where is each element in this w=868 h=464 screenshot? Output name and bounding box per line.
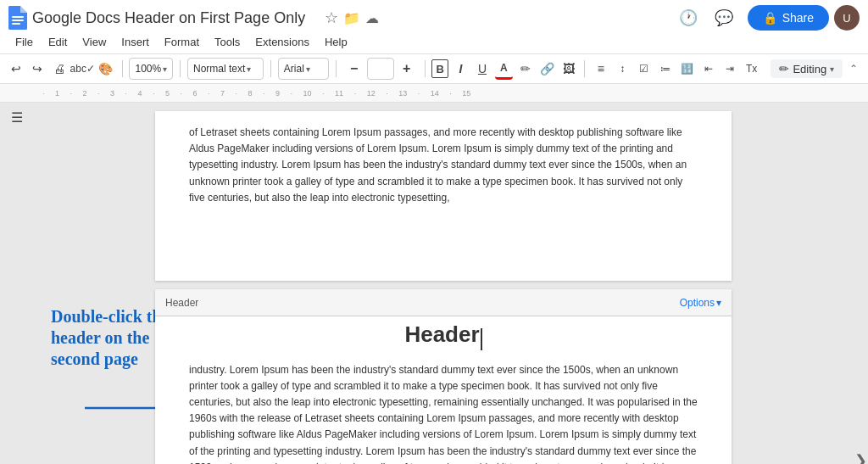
comments-button[interactable]: 💬 xyxy=(712,6,736,30)
separator3 xyxy=(270,60,271,77)
document-title: Google Docs Header on First Page Only xyxy=(32,9,320,27)
zoom-arrow: ▾ xyxy=(163,64,167,74)
page2-body: industry. Lorem Ipsum has been the indus… xyxy=(155,355,732,464)
paint-format-button[interactable]: 🎨 xyxy=(97,58,114,80)
menu-tools[interactable]: Tools xyxy=(208,34,247,50)
history-button[interactable]: 🕐 xyxy=(676,6,700,30)
undo-button[interactable]: ↩ xyxy=(7,58,25,80)
options-label: Options xyxy=(680,297,715,309)
separator4 xyxy=(336,60,337,77)
menu-extensions[interactable]: Extensions xyxy=(248,34,316,50)
numbered-list-button[interactable]: 🔢 xyxy=(678,58,696,80)
star-icon[interactable]: ☆ xyxy=(325,8,338,27)
font-size-increase[interactable]: + xyxy=(396,58,418,80)
font-dropdown[interactable]: Arial ▾ xyxy=(278,58,329,80)
style-arrow: ▾ xyxy=(247,64,251,74)
zoom-dropdown[interactable]: 100% ▾ xyxy=(129,58,173,80)
editing-mode-button[interactable]: ✏ Editing ▾ xyxy=(771,59,843,78)
header-bar: Header Options ▾ xyxy=(155,289,732,316)
spellcheck-button[interactable]: abc✓ xyxy=(71,58,93,80)
header-label-text: Header xyxy=(165,297,680,309)
annotation-line2: header on the xyxy=(51,327,169,349)
menu-view[interactable]: View xyxy=(75,34,113,50)
font-arrow: ▾ xyxy=(306,64,310,74)
checklist-button[interactable]: ☑ xyxy=(635,58,653,80)
redo-button[interactable]: ↪ xyxy=(28,58,46,80)
menu-insert[interactable]: Insert xyxy=(114,34,156,50)
highlight-button[interactable]: ✏ xyxy=(516,58,534,80)
font-size-decrease[interactable]: − xyxy=(343,58,365,80)
doc-icon xyxy=(8,6,27,30)
collapse-toolbar-button[interactable]: ⌃ xyxy=(846,63,861,75)
page2-text: industry. Lorem Ipsum has been the indus… xyxy=(189,362,698,464)
page-2: Header Options ▾ Header industry. Lorem … xyxy=(155,289,732,464)
clear-format-button[interactable]: Tx xyxy=(743,58,760,80)
indent-increase-button[interactable]: ⇥ xyxy=(721,58,739,80)
insert-image-button[interactable]: 🖼 xyxy=(559,58,577,80)
page1-text: of Letraset sheets containing Lorem Ipsu… xyxy=(189,125,698,206)
menu-file[interactable]: File xyxy=(8,34,40,50)
separator6 xyxy=(584,60,585,77)
ruler: · 1 · 2 · 3 · 4 · 5 · 6 · 7 · 8 · 9 · 10… xyxy=(0,84,868,103)
bold-button[interactable]: B xyxy=(431,59,448,78)
options-arrow: ▾ xyxy=(716,297,721,309)
editing-arrow: ▾ xyxy=(830,64,834,74)
svg-rect-2 xyxy=(12,20,24,21)
header-title: Header xyxy=(404,321,479,348)
folder-icon[interactable]: 📁 xyxy=(343,10,360,26)
outline-icon[interactable]: ☰ xyxy=(11,109,23,126)
share-icon: 🔒 xyxy=(763,11,777,25)
zoom-value: 100% xyxy=(135,63,161,75)
align-button[interactable]: ≡ xyxy=(592,58,609,80)
document-area[interactable]: of Letraset sheets containing Lorem Ipsu… xyxy=(34,103,853,464)
share-label: Share xyxy=(782,11,814,25)
separator xyxy=(122,60,123,77)
indent-decrease-button[interactable]: ⇤ xyxy=(699,58,717,80)
menu-help[interactable]: Help xyxy=(318,34,354,50)
share-button[interactable]: 🔒 Share xyxy=(748,5,829,31)
menu-edit[interactable]: Edit xyxy=(42,34,74,50)
svg-rect-1 xyxy=(12,16,24,18)
page-1: of Letraset sheets containing Lorem Ipsu… xyxy=(155,111,732,281)
header-area[interactable]: Header xyxy=(155,316,732,355)
text-color-button[interactable]: A xyxy=(495,58,513,80)
print-button[interactable]: 🖨 xyxy=(50,58,68,80)
pencil-icon: ✏ xyxy=(779,62,789,75)
options-button[interactable]: Options ▾ xyxy=(680,297,721,309)
bullets-button[interactable]: ≔ xyxy=(656,58,674,80)
style-dropdown[interactable]: Normal text ▾ xyxy=(187,58,264,80)
separator2 xyxy=(180,60,181,77)
header-cursor xyxy=(481,328,482,350)
svg-rect-3 xyxy=(12,23,20,25)
annotation-line3: second page xyxy=(51,349,169,370)
page1-content: of Letraset sheets containing Lorem Ipsu… xyxy=(155,111,732,220)
font-value: Arial xyxy=(284,63,304,75)
underline-button[interactable]: U xyxy=(473,58,491,80)
line-spacing-button[interactable]: ↕ xyxy=(614,58,632,80)
style-value: Normal text xyxy=(193,63,245,75)
annotation: Double-click the header on the second pa… xyxy=(51,306,169,370)
font-size-input[interactable]: 20 xyxy=(367,58,394,80)
avatar[interactable]: U xyxy=(834,5,860,31)
expand-icon[interactable]: ❯ xyxy=(854,451,867,464)
cloud-icon[interactable]: ☁ xyxy=(365,10,379,26)
editing-label: Editing xyxy=(793,63,826,75)
italic-button[interactable]: I xyxy=(452,58,470,80)
separator5 xyxy=(425,60,426,77)
link-button[interactable]: 🔗 xyxy=(537,58,555,80)
annotation-line1: Double-click the xyxy=(51,306,169,327)
menu-format[interactable]: Format xyxy=(158,34,206,50)
